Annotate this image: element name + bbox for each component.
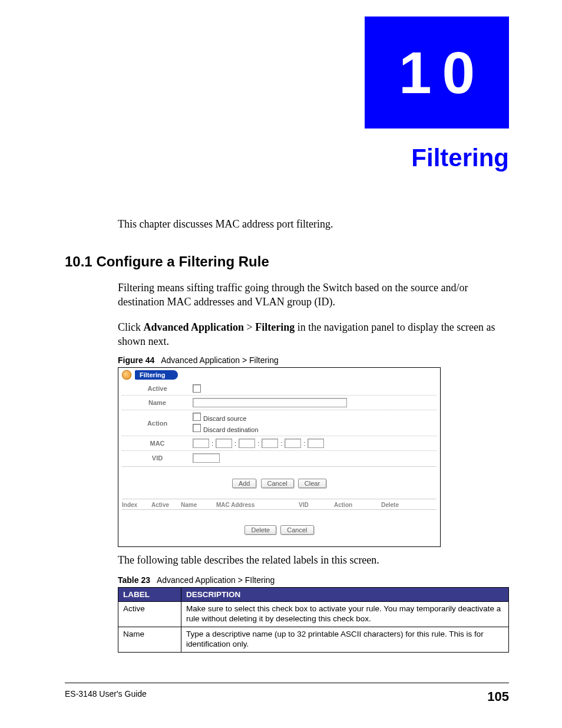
- figure-header: Filtering: [122, 369, 437, 382]
- cancel-button-2[interactable]: Cancel: [280, 525, 313, 535]
- col-delete: Delete: [369, 502, 399, 508]
- section-heading: 10.1 Configure a Filtering Rule: [65, 253, 509, 270]
- vid-input[interactable]: [193, 453, 220, 463]
- cancel-button[interactable]: Cancel: [261, 479, 294, 488]
- add-button[interactable]: Add: [232, 479, 257, 488]
- mac-input-6[interactable]: [308, 439, 324, 448]
- col-action: Action: [334, 502, 369, 508]
- col-mac: MAC Address: [216, 502, 299, 508]
- para2-sep: >: [244, 321, 255, 333]
- table-label: Table 23: [118, 575, 150, 585]
- mac-input-group: : : : : :: [193, 439, 324, 448]
- mac-input-2[interactable]: [216, 439, 232, 448]
- chapter-number: 10: [399, 39, 485, 107]
- mac-input-3[interactable]: [239, 439, 255, 448]
- section: 10.1 Configure a Filtering Rule Filterin…: [65, 253, 509, 653]
- button-row-2: Delete Cancel: [122, 510, 437, 539]
- row-label-vid: VID: [122, 454, 193, 462]
- table-caption-text: Advanced Application > FIltering: [157, 575, 275, 585]
- table-cell-label: Name: [118, 627, 181, 653]
- bullet-icon: [122, 370, 131, 380]
- row-label-name: Name: [122, 399, 193, 406]
- table-cell-label: Active: [118, 602, 181, 627]
- name-input[interactable]: [193, 398, 347, 407]
- figure-caption: Figure 44 Advanced Application > Filteri…: [118, 355, 509, 365]
- para2-bold1: Advanced Application: [144, 321, 244, 333]
- page: 10 Filtering This chapter discusses MAC …: [0, 0, 562, 728]
- col-name: Name: [181, 502, 216, 508]
- table-cell-desc: Type a descriptive name (up to 32 printa…: [181, 627, 509, 653]
- figure-label: Figure 44: [118, 355, 154, 365]
- para2-prefix: Click: [118, 321, 144, 333]
- chapter-intro: This chapter discusses MAC address port …: [118, 218, 509, 230]
- description-table: LABEL DESCRIPTION Active Make sure to se…: [118, 587, 509, 653]
- discard-destination-checkbox[interactable]: [193, 424, 201, 432]
- col-index: Index: [122, 502, 151, 508]
- button-row-1: Add Cancel Clear: [122, 467, 437, 499]
- col-active: Active: [151, 502, 181, 508]
- table-header-label: LABEL: [118, 588, 181, 602]
- post-figure-paragraph: The following table describes the relate…: [118, 553, 509, 567]
- active-checkbox[interactable]: [193, 384, 201, 393]
- row-label-mac: MAC: [122, 440, 193, 447]
- chapter-number-block: 10: [365, 17, 509, 129]
- discard-source-label: Discard source: [203, 415, 246, 422]
- delete-button[interactable]: Delete: [244, 525, 276, 535]
- table-header-description: DESCRIPTION: [181, 588, 509, 602]
- mac-input-4[interactable]: [262, 439, 278, 448]
- clear-button[interactable]: Clear: [298, 479, 326, 488]
- table-caption: Table 23 Advanced Application > FIlterin…: [118, 575, 509, 585]
- figure-screenshot: Filtering Active Name Action Discard sou…: [118, 367, 441, 547]
- table-row: Name Type a descriptive name (up to 32 p…: [118, 627, 509, 653]
- mac-input-1[interactable]: [193, 439, 209, 448]
- para2-bold2: Filtering: [255, 321, 295, 333]
- chapter-title: Filtering: [411, 144, 509, 172]
- body-paragraph-2: Click Advanced Application > Filtering i…: [118, 320, 509, 349]
- mac-input-5[interactable]: [285, 439, 301, 448]
- table-row: Active Make sure to select this check bo…: [118, 602, 509, 627]
- footer-guide-name: ES-3148 User's Guide: [65, 689, 147, 704]
- discard-source-checkbox[interactable]: [193, 413, 201, 421]
- figure-panel-title: Filtering: [135, 370, 178, 380]
- figure-caption-text: Advanced Application > Filtering: [161, 355, 279, 365]
- row-label-active: Active: [122, 385, 193, 392]
- page-footer: ES-3148 User's Guide 105: [65, 683, 509, 704]
- col-vid: VID: [299, 502, 334, 508]
- body-paragraph-1: Filtering means sifting traffic going th…: [118, 281, 509, 309]
- discard-destination-label: Discard destination: [203, 426, 259, 433]
- table-cell-desc: Make sure to select this check box to ac…: [181, 602, 509, 627]
- footer-page-number: 105: [487, 689, 509, 704]
- row-label-action: Action: [122, 420, 193, 427]
- figure-list-header: Index Active Name MAC Address VID Action…: [122, 502, 437, 510]
